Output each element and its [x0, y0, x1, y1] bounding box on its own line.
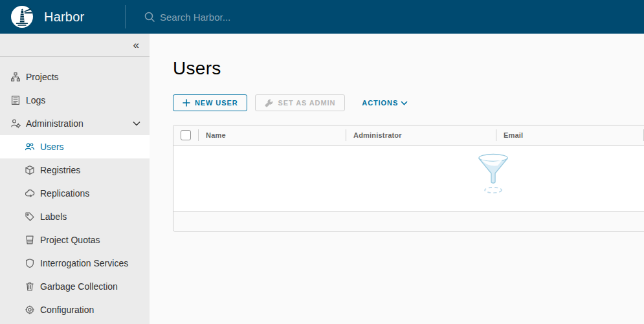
sidebar-item-label: Configuration	[40, 305, 94, 315]
sidebar-collapse-row: «	[0, 34, 150, 57]
sidebar-item-label: Users	[40, 142, 64, 152]
caret-down-icon	[401, 101, 408, 105]
sidebar-nav: Projects Logs	[0, 57, 150, 321]
sidebar-item-labels[interactable]: Labels	[0, 205, 150, 228]
logs-icon	[10, 95, 21, 105]
toolbar: NEW USER SET AS ADMIN ACTIONS	[173, 94, 644, 111]
tag-icon	[25, 211, 35, 222]
users-icon	[25, 142, 35, 152]
search-input[interactable]	[160, 12, 328, 23]
app-title: Harbor	[44, 10, 84, 25]
column-header-email[interactable]: Email	[496, 125, 643, 145]
header-search	[144, 11, 328, 23]
new-user-button[interactable]: NEW USER	[173, 94, 247, 111]
actions-dropdown[interactable]: ACTIONS	[362, 99, 408, 107]
app-header: Harbor	[0, 0, 644, 34]
sidebar-item-configuration[interactable]: Configuration	[0, 298, 150, 321]
datagrid-body	[173, 146, 644, 211]
datagrid-header-row: Name Administrator Email	[173, 125, 644, 146]
trash-icon	[25, 281, 35, 292]
sidebar: « Projects	[0, 34, 150, 324]
org-tree-icon	[10, 72, 21, 82]
sidebar-item-projects[interactable]: Projects	[0, 65, 150, 89]
brand[interactable]: Harbor	[0, 5, 125, 28]
sidebar-item-replications[interactable]: Replications	[0, 182, 150, 205]
sidebar-item-administration[interactable]: Administration	[0, 112, 150, 135]
sidebar-item-label: Administration	[26, 118, 83, 129]
sidebar-item-label: Replications	[40, 188, 89, 199]
funnel-icon	[473, 151, 513, 195]
sidebar-item-interrogation-services[interactable]: Interrogation Services	[0, 252, 150, 275]
chevron-down-icon[interactable]	[133, 121, 140, 126]
header-divider	[125, 5, 126, 28]
quota-icon	[25, 235, 35, 245]
gear-icon	[25, 305, 35, 315]
sidebar-item-users[interactable]: Users	[0, 135, 150, 158]
column-header-name[interactable]: Name	[198, 125, 346, 145]
main-content: Users NEW USER SET AS ADMIN ACTIONS	[150, 34, 644, 324]
users-datagrid: Name Administrator Email	[173, 125, 644, 232]
search-icon	[144, 11, 156, 23]
page-title: Users	[173, 58, 644, 79]
sidebar-item-label: Garbage Collection	[40, 281, 118, 292]
harbor-lighthouse-logo	[10, 5, 34, 28]
sidebar-item-project-quotas[interactable]: Project Quotas	[0, 228, 150, 252]
select-all-checkbox[interactable]	[181, 130, 191, 140]
sidebar-collapse-button[interactable]: «	[131, 38, 142, 52]
sidebar-item-label: Interrogation Services	[40, 258, 128, 268]
plus-icon	[183, 99, 190, 107]
sidebar-item-label: Logs	[26, 95, 45, 105]
column-header-administrator[interactable]: Administrator	[346, 125, 496, 145]
cube-icon	[25, 165, 35, 175]
shield-icon	[25, 258, 35, 268]
sidebar-item-label: Projects	[26, 72, 59, 82]
select-all-cell	[173, 125, 198, 145]
sidebar-item-label: Labels	[40, 211, 67, 222]
admin-user-gear-icon	[10, 118, 21, 129]
sidebar-item-logs[interactable]: Logs	[0, 89, 150, 112]
sidebar-item-label: Project Quotas	[40, 235, 100, 245]
sidebar-item-registries[interactable]: Registries	[0, 158, 150, 182]
cloud-icon	[25, 188, 35, 199]
sidebar-item-label: Registries	[40, 165, 80, 175]
sidebar-item-garbage-collection[interactable]: Garbage Collection	[0, 275, 150, 298]
set-as-admin-button[interactable]: SET AS ADMIN	[255, 94, 345, 111]
wrench-icon	[265, 99, 273, 107]
datagrid-footer	[173, 211, 644, 231]
